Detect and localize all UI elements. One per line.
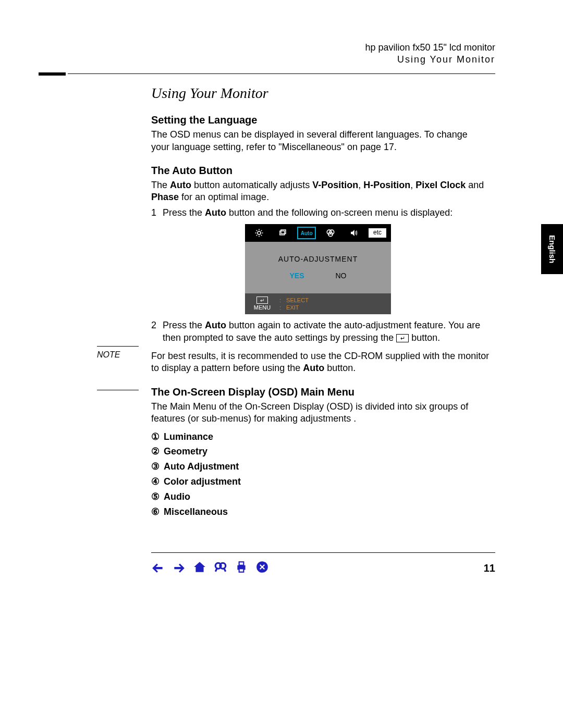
osd-menu-key: MENU: [250, 304, 274, 311]
header-section: Using Your Monitor: [68, 54, 495, 66]
brightness-icon: [250, 227, 268, 239]
enter-key-icon: ↵: [250, 297, 274, 304]
note-text: For best results, it is recommended to u…: [151, 350, 495, 375]
note-label: NOTE: [97, 350, 151, 375]
prev-icon[interactable]: [151, 560, 165, 576]
osd-exit: EXIT: [286, 304, 299, 311]
close-icon[interactable]: [255, 560, 269, 576]
subhead-osd-main: The On-Screen Display (OSD) Main Menu: [151, 385, 485, 399]
svg-line-5: [256, 230, 258, 231]
header-product: hp pavilion fx50 15" lcd monitor: [68, 42, 495, 54]
subhead-auto: The Auto Button: [151, 164, 485, 177]
language-tab: English: [541, 224, 563, 274]
menu-item: ④Color adjustment: [151, 474, 485, 489]
t: for an optimal image.: [179, 192, 269, 202]
osd-footer: ↵ : SELECT MENU : EXIT: [245, 293, 391, 315]
t: V-Position: [312, 180, 358, 190]
step-num: 2: [151, 319, 163, 344]
header-rule: [68, 68, 495, 79]
step-text: Press the Auto button again to activate …: [163, 319, 485, 344]
t: Auto: [303, 363, 324, 373]
menu-item: ①Luminance: [151, 429, 485, 445]
menu-item: ③Auto Adjustment: [151, 459, 485, 474]
svg-rect-20: [239, 569, 244, 572]
step-text: Press the Auto button and the following …: [163, 207, 485, 219]
osd-screenshot: Auto etc AUTO-ADJUSTMENT YES NO ↵: [245, 224, 391, 314]
osd-label: AUTO-ADJUSTMENT: [250, 254, 386, 264]
t: button.: [409, 332, 440, 343]
t: button and the following on-screen menu …: [226, 207, 452, 218]
svg-line-7: [256, 235, 258, 236]
svg-rect-10: [281, 230, 286, 234]
step-num: 1: [151, 207, 163, 219]
audio-icon: [345, 227, 363, 239]
auto-tab: Auto: [297, 227, 316, 239]
note-block: NOTE For best results, it is recommended…: [97, 350, 495, 375]
svg-line-17: [224, 568, 226, 572]
osd-body: AUTO-ADJUSTMENT YES NO: [245, 242, 391, 293]
t: Pixel Clock: [415, 180, 466, 190]
svg-line-8: [261, 230, 262, 231]
svg-line-6: [261, 235, 262, 236]
menu-item: ⑥Miscellaneous: [151, 504, 485, 520]
svg-rect-19: [239, 562, 244, 565]
menu-item: ⑤Audio: [151, 489, 485, 504]
t: Auto: [170, 180, 191, 190]
svg-point-0: [258, 231, 261, 235]
menu-list: ①Luminance ②Geometry ③Auto Adjustment ④C…: [151, 429, 485, 520]
osd-no: NO: [336, 271, 347, 280]
step-1: 1 Press the Auto button and the followin…: [151, 207, 485, 219]
svg-rect-9: [280, 231, 285, 235]
osd-yes: YES: [289, 271, 304, 280]
search-icon[interactable]: [214, 560, 227, 576]
geometry-icon: [273, 227, 292, 239]
svg-point-15: [220, 563, 226, 569]
osd-tabs: Auto etc: [245, 224, 391, 242]
svg-line-16: [215, 568, 217, 572]
nav-icons: [151, 560, 269, 576]
print-icon[interactable]: [235, 560, 248, 576]
para-language: The OSD menus can be displayed in severa…: [151, 129, 485, 153]
header: hp pavilion fx50 15" lcd monitor Using Y…: [68, 42, 495, 66]
t: Press the: [163, 207, 205, 218]
enter-icon: ↵: [396, 334, 409, 342]
t: and: [466, 180, 484, 190]
t: ,: [410, 180, 415, 190]
para-auto-intro: The Auto button automatically adjusts V-…: [151, 179, 485, 204]
t: H-Position: [363, 180, 410, 190]
color-icon: [321, 227, 340, 239]
t: The: [151, 180, 170, 190]
t: Press the: [163, 320, 205, 330]
page-number: 11: [484, 562, 495, 574]
step-2: 2 Press the Auto button again to activat…: [151, 319, 485, 344]
t: button automatically adjusts: [191, 180, 312, 190]
t: Auto: [205, 207, 226, 218]
t: ,: [358, 180, 363, 190]
page-title: Using Your Monitor: [151, 84, 485, 103]
osd-select: SELECT: [286, 297, 309, 304]
footer: 11: [151, 552, 495, 576]
next-icon[interactable]: [172, 560, 186, 576]
t: Phase: [151, 192, 179, 202]
subhead-language: Setting the Language: [151, 113, 485, 127]
t: Auto: [205, 320, 226, 330]
menu-item: ②Geometry: [151, 444, 485, 459]
t: button.: [324, 363, 356, 373]
home-icon[interactable]: [193, 560, 206, 576]
para-osd-main: The Main Menu of the On-Screen Display (…: [151, 401, 485, 425]
etc-tab: etc: [369, 228, 386, 238]
